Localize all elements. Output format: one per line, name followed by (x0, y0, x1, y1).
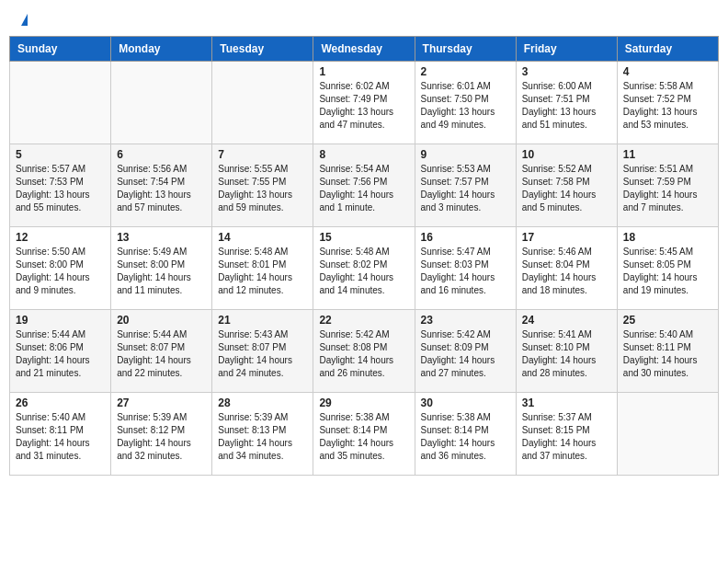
day-info: Sunrise: 6:02 AM Sunset: 7:49 PM Dayligh… (319, 80, 408, 132)
day-number: 2 (421, 65, 510, 78)
day-number: 23 (421, 314, 510, 327)
day-number: 26 (16, 396, 105, 409)
logo-triangle-icon (21, 14, 28, 26)
calendar-cell: 20Sunrise: 5:44 AM Sunset: 8:07 PM Dayli… (111, 310, 212, 393)
day-number: 24 (522, 314, 611, 327)
day-number: 7 (218, 148, 307, 161)
day-info: Sunrise: 5:38 AM Sunset: 8:14 PM Dayligh… (319, 411, 408, 463)
day-info: Sunrise: 5:53 AM Sunset: 7:57 PM Dayligh… (421, 163, 510, 214)
calendar-cell: 12Sunrise: 5:50 AM Sunset: 8:00 PM Dayli… (10, 227, 111, 310)
day-number: 29 (319, 396, 408, 409)
day-info: Sunrise: 5:37 AM Sunset: 8:15 PM Dayligh… (522, 411, 611, 463)
calendar-cell: 24Sunrise: 5:41 AM Sunset: 8:10 PM Dayli… (516, 310, 617, 393)
calendar-cell (10, 62, 111, 144)
day-number: 11 (623, 148, 712, 161)
day-info: Sunrise: 5:42 AM Sunset: 8:08 PM Dayligh… (319, 328, 408, 380)
day-info: Sunrise: 5:49 AM Sunset: 8:00 PM Dayligh… (117, 246, 206, 297)
day-number: 20 (117, 314, 206, 327)
calendar-cell: 19Sunrise: 5:44 AM Sunset: 8:06 PM Dayli… (10, 310, 111, 393)
day-number: 31 (522, 396, 611, 409)
calendar-cell: 17Sunrise: 5:46 AM Sunset: 8:04 PM Dayli… (516, 227, 617, 310)
day-info: Sunrise: 5:46 AM Sunset: 8:04 PM Dayligh… (522, 246, 611, 297)
calendar-cell: 11Sunrise: 5:51 AM Sunset: 7:59 PM Dayli… (617, 144, 718, 227)
calendar-cell: 4Sunrise: 5:58 AM Sunset: 7:52 PM Daylig… (617, 62, 718, 144)
day-info: Sunrise: 5:56 AM Sunset: 7:54 PM Dayligh… (117, 163, 206, 214)
calendar-cell: 30Sunrise: 5:38 AM Sunset: 8:14 PM Dayli… (415, 393, 516, 476)
page-header (9, 9, 719, 27)
day-info: Sunrise: 5:41 AM Sunset: 8:10 PM Dayligh… (522, 328, 611, 380)
calendar-cell: 10Sunrise: 5:52 AM Sunset: 7:58 PM Dayli… (516, 144, 617, 227)
day-of-week-header: Saturday (617, 37, 718, 62)
calendar-cell: 22Sunrise: 5:42 AM Sunset: 8:08 PM Dayli… (313, 310, 415, 393)
day-info: Sunrise: 5:40 AM Sunset: 8:11 PM Dayligh… (16, 411, 105, 463)
day-number: 8 (319, 148, 408, 161)
calendar-cell: 23Sunrise: 5:42 AM Sunset: 8:09 PM Dayli… (415, 310, 516, 393)
day-info: Sunrise: 5:52 AM Sunset: 7:58 PM Dayligh… (522, 163, 611, 214)
day-number: 22 (319, 314, 408, 327)
calendar-cell: 29Sunrise: 5:38 AM Sunset: 8:14 PM Dayli… (313, 393, 415, 476)
day-info: Sunrise: 5:44 AM Sunset: 8:07 PM Dayligh… (117, 328, 206, 380)
day-info: Sunrise: 5:48 AM Sunset: 8:01 PM Dayligh… (218, 246, 307, 297)
day-info: Sunrise: 5:54 AM Sunset: 7:56 PM Dayligh… (319, 163, 408, 214)
day-number: 1 (319, 65, 408, 78)
calendar-cell: 1Sunrise: 6:02 AM Sunset: 7:49 PM Daylig… (313, 62, 415, 144)
day-info: Sunrise: 6:00 AM Sunset: 7:51 PM Dayligh… (522, 80, 611, 132)
calendar-cell: 27Sunrise: 5:39 AM Sunset: 8:12 PM Dayli… (111, 393, 212, 476)
day-info: Sunrise: 5:44 AM Sunset: 8:06 PM Dayligh… (16, 328, 105, 380)
day-number: 6 (117, 148, 206, 161)
day-number: 15 (319, 231, 408, 244)
day-number: 27 (117, 396, 206, 409)
day-info: Sunrise: 5:39 AM Sunset: 8:13 PM Dayligh… (218, 411, 307, 463)
calendar-cell: 3Sunrise: 6:00 AM Sunset: 7:51 PM Daylig… (516, 62, 617, 144)
calendar-cell: 6Sunrise: 5:56 AM Sunset: 7:54 PM Daylig… (111, 144, 212, 227)
day-info: Sunrise: 6:01 AM Sunset: 7:50 PM Dayligh… (421, 80, 510, 132)
day-info: Sunrise: 5:58 AM Sunset: 7:52 PM Dayligh… (623, 80, 712, 132)
calendar-cell: 18Sunrise: 5:45 AM Sunset: 8:05 PM Dayli… (617, 227, 718, 310)
day-info: Sunrise: 5:40 AM Sunset: 8:11 PM Dayligh… (623, 328, 712, 380)
day-number: 10 (522, 148, 611, 161)
day-number: 25 (623, 314, 712, 327)
calendar-cell: 25Sunrise: 5:40 AM Sunset: 8:11 PM Dayli… (617, 310, 718, 393)
day-info: Sunrise: 5:38 AM Sunset: 8:14 PM Dayligh… (421, 411, 510, 463)
day-number: 18 (623, 231, 712, 244)
day-number: 17 (522, 231, 611, 244)
day-number: 30 (421, 396, 510, 409)
day-number: 9 (421, 148, 510, 161)
calendar-cell (617, 393, 718, 476)
calendar-cell: 8Sunrise: 5:54 AM Sunset: 7:56 PM Daylig… (313, 144, 415, 227)
day-of-week-header: Tuesday (212, 37, 313, 62)
day-of-week-header: Friday (516, 37, 617, 62)
logo (18, 14, 28, 22)
day-info: Sunrise: 5:48 AM Sunset: 8:02 PM Dayligh… (319, 246, 408, 297)
day-number: 3 (522, 65, 611, 78)
day-of-week-header: Monday (111, 37, 212, 62)
day-number: 4 (623, 65, 712, 78)
calendar-cell: 31Sunrise: 5:37 AM Sunset: 8:15 PM Dayli… (516, 393, 617, 476)
day-info: Sunrise: 5:43 AM Sunset: 8:07 PM Dayligh… (218, 328, 307, 380)
day-number: 14 (218, 231, 307, 244)
calendar-cell (212, 62, 313, 144)
calendar-cell: 7Sunrise: 5:55 AM Sunset: 7:55 PM Daylig… (212, 144, 313, 227)
day-info: Sunrise: 5:50 AM Sunset: 8:00 PM Dayligh… (16, 246, 105, 297)
day-number: 21 (218, 314, 307, 327)
calendar-cell: 26Sunrise: 5:40 AM Sunset: 8:11 PM Dayli… (10, 393, 111, 476)
day-info: Sunrise: 5:57 AM Sunset: 7:53 PM Dayligh… (16, 163, 105, 214)
calendar-cell: 16Sunrise: 5:47 AM Sunset: 8:03 PM Dayli… (415, 227, 516, 310)
calendar-cell: 28Sunrise: 5:39 AM Sunset: 8:13 PM Dayli… (212, 393, 313, 476)
day-info: Sunrise: 5:45 AM Sunset: 8:05 PM Dayligh… (623, 246, 712, 297)
calendar-table: SundayMondayTuesdayWednesdayThursdayFrid… (9, 36, 719, 476)
day-number: 28 (218, 396, 307, 409)
calendar-cell: 14Sunrise: 5:48 AM Sunset: 8:01 PM Dayli… (212, 227, 313, 310)
calendar-cell: 13Sunrise: 5:49 AM Sunset: 8:00 PM Dayli… (111, 227, 212, 310)
day-info: Sunrise: 5:55 AM Sunset: 7:55 PM Dayligh… (218, 163, 307, 214)
day-info: Sunrise: 5:42 AM Sunset: 8:09 PM Dayligh… (421, 328, 510, 380)
calendar-cell: 9Sunrise: 5:53 AM Sunset: 7:57 PM Daylig… (415, 144, 516, 227)
day-number: 16 (421, 231, 510, 244)
day-info: Sunrise: 5:39 AM Sunset: 8:12 PM Dayligh… (117, 411, 206, 463)
day-info: Sunrise: 5:51 AM Sunset: 7:59 PM Dayligh… (623, 163, 712, 214)
day-info: Sunrise: 5:47 AM Sunset: 8:03 PM Dayligh… (421, 246, 510, 297)
day-of-week-header: Sunday (10, 37, 111, 62)
day-of-week-header: Thursday (415, 37, 516, 62)
calendar-cell: 5Sunrise: 5:57 AM Sunset: 7:53 PM Daylig… (10, 144, 111, 227)
calendar-cell: 21Sunrise: 5:43 AM Sunset: 8:07 PM Dayli… (212, 310, 313, 393)
